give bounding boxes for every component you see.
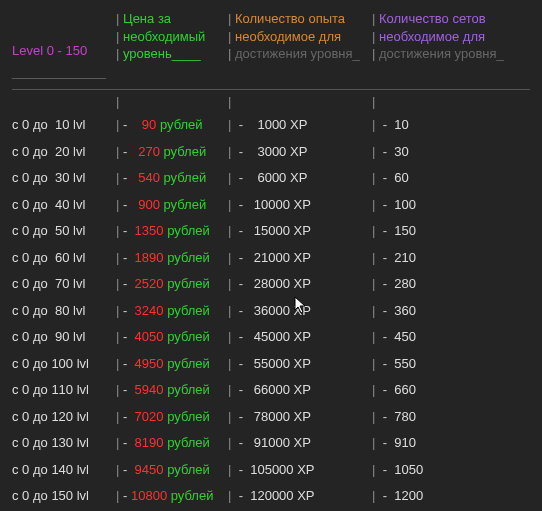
level-underline: _____________ (12, 64, 106, 79)
table-header: Level 0 - 150 _____________ | Цена за | … (12, 8, 530, 90)
cell-sets: | - 1050 (372, 462, 516, 477)
cell-sets: | - 550 (372, 356, 516, 371)
cell-sets: | - 150 (372, 223, 516, 238)
cell-price: | - 1890 рублей (116, 250, 228, 265)
cell-sets: | - 30 (372, 144, 516, 159)
cell-price: | - 1350 рублей (116, 223, 228, 238)
header-col-price: | Цена за | необходимый | уровень____ (116, 8, 228, 83)
cell-price: | - 10800 рублей (116, 488, 228, 503)
cell-sets: | - 1200 (372, 488, 516, 503)
pipe-icon: | (228, 28, 231, 46)
cell-level: с 0 до 60 lvl (12, 250, 116, 265)
cell-price: | - 7020 рублей (116, 409, 228, 424)
cell-price: | - 5940 рублей (116, 382, 228, 397)
header-col-sets: | Количество сетов | необходимое для | д… (372, 8, 516, 83)
cell-xp: | - 6000 XP (228, 170, 372, 185)
cell-xp: | - 66000 XP (228, 382, 372, 397)
header-sets-l2: необходимое для (379, 29, 485, 44)
table-row: с 0 до 20 lvl| - 270 рублей| - 3000 XP| … (12, 138, 530, 165)
table-row: с 0 до 90 lvl| - 4050 рублей| - 45000 XP… (12, 324, 530, 351)
cell-price: | - 3240 рублей (116, 303, 228, 318)
cell-price: | - 4950 рублей (116, 356, 228, 371)
cell-xp: | - 15000 XP (228, 223, 372, 238)
cell-xp: | - 55000 XP (228, 356, 372, 371)
cell-sets: | - 100 (372, 197, 516, 212)
cell-price: | - 2520 рублей (116, 276, 228, 291)
cell-level: с 0 до 110 lvl (12, 382, 116, 397)
cell-level: с 0 до 140 lvl (12, 462, 116, 477)
pipe-icon: | (372, 28, 375, 46)
table-row: с 0 до 80 lvl| - 3240 рублей| - 36000 XP… (12, 297, 530, 324)
header-xp-l2: необходимое для (235, 29, 341, 44)
cell-level: с 0 до 10 lvl (12, 117, 116, 132)
pipe-icon: | (228, 10, 231, 28)
header-xp-l3: достижения уровня_ (235, 46, 360, 61)
cell-price: | - 4050 рублей (116, 329, 228, 344)
cell-sets: | - 10 (372, 117, 516, 132)
cell-price: | - 8190 рублей (116, 435, 228, 450)
header-price-l1: Цена за (123, 11, 171, 26)
cell-level: с 0 до 50 lvl (12, 223, 116, 238)
cell-level: с 0 до 80 lvl (12, 303, 116, 318)
cell-sets: | - 910 (372, 435, 516, 450)
pipe-icon: | (372, 45, 375, 63)
table-row: с 0 до 70 lvl| - 2520 рублей| - 28000 XP… (12, 271, 530, 298)
table-row: с 0 до 110 lvl| - 5940 рублей| - 66000 X… (12, 377, 530, 404)
cell-sets: | - 60 (372, 170, 516, 185)
cell-level: с 0 до 130 lvl (12, 435, 116, 450)
cell-price: | - 900 рублей (116, 197, 228, 212)
header-col-xp: | Количество опыта | необходимое для | д… (228, 8, 372, 83)
cell-xp: | - 45000 XP (228, 329, 372, 344)
pipe-icon: | (116, 28, 119, 46)
cell-price: | - 90 рублей (116, 117, 228, 132)
cell-price: | - 270 рублей (116, 144, 228, 159)
table-row: с 0 до 150 lvl| - 10800 рублей| - 120000… (12, 483, 530, 510)
table-row: с 0 до 10 lvl| - 90 рублей| - 1000 XP| -… (12, 112, 530, 139)
table-row: с 0 до 120 lvl| - 7020 рублей| - 78000 X… (12, 403, 530, 430)
header-xp-l1: Количество опыта (235, 11, 345, 26)
cell-level: с 0 до 100 lvl (12, 356, 116, 371)
cell-sets: | - 660 (372, 382, 516, 397)
cell-level: с 0 до 40 lvl (12, 197, 116, 212)
cell-level: с 0 до 120 lvl (12, 409, 116, 424)
header-sets-l3: достижения уровня_ (379, 46, 504, 61)
cell-sets: | - 450 (372, 329, 516, 344)
header-sets-l1: Количество сетов (379, 11, 486, 26)
cell-xp: | - 105000 XP (228, 462, 372, 477)
cell-level: с 0 до 70 lvl (12, 276, 116, 291)
cell-xp: | - 78000 XP (228, 409, 372, 424)
table-body: с 0 до 10 lvl| - 90 рублей| - 1000 XP| -… (12, 112, 530, 510)
header-price-l2: необходимый (123, 29, 205, 44)
cell-xp: | - 28000 XP (228, 276, 372, 291)
cell-sets: | - 780 (372, 409, 516, 424)
cell-price: | - 540 рублей (116, 170, 228, 185)
cell-sets: | - 280 (372, 276, 516, 291)
cell-xp: | - 91000 XP (228, 435, 372, 450)
table-row: с 0 до 30 lvl| - 540 рублей| - 6000 XP| … (12, 165, 530, 192)
cell-xp: | - 10000 XP (228, 197, 372, 212)
cell-level: с 0 до 90 lvl (12, 329, 116, 344)
pipe-icon: | (228, 45, 231, 63)
level-title: Level 0 - 150 (12, 42, 116, 60)
table-row: с 0 до 40 lvl| - 900 рублей| - 10000 XP|… (12, 191, 530, 218)
cell-sets: | - 360 (372, 303, 516, 318)
cell-level: с 0 до 20 lvl (12, 144, 116, 159)
cell-xp: | - 3000 XP (228, 144, 372, 159)
table-row: с 0 до 130 lvl| - 8190 рублей| - 91000 X… (12, 430, 530, 457)
header-col-level: Level 0 - 150 _____________ (12, 8, 116, 83)
pipe-icon: | (372, 10, 375, 28)
cell-xp: | - 120000 XP (228, 488, 372, 503)
pipe-icon: | (116, 10, 119, 28)
cell-xp: | - 21000 XP (228, 250, 372, 265)
table-row: с 0 до 50 lvl| - 1350 рублей| - 15000 XP… (12, 218, 530, 245)
spacer-row: | | | (12, 94, 530, 110)
cell-xp: | - 1000 XP (228, 117, 372, 132)
pipe-icon: | (116, 45, 119, 63)
header-price-l3: уровень____ (123, 46, 201, 61)
cell-sets: | - 210 (372, 250, 516, 265)
table-row: с 0 до 140 lvl| - 9450 рублей| - 105000 … (12, 456, 530, 483)
cell-level: с 0 до 30 lvl (12, 170, 116, 185)
cell-level: с 0 до 150 lvl (12, 488, 116, 503)
table-row: с 0 до 100 lvl| - 4950 рублей| - 55000 X… (12, 350, 530, 377)
cell-price: | - 9450 рублей (116, 462, 228, 477)
